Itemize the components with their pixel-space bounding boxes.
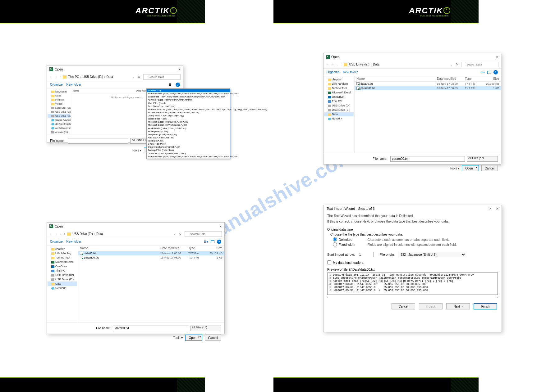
- back-arrow-icon[interactable]: ←: [49, 75, 53, 79]
- filetype-option[interactable]: Microsoft Excel 4.0 Workbooks (*.xlw): [147, 124, 230, 127]
- tree-item[interactable]: Lille håndtag: [48, 251, 77, 255]
- tree-item[interactable]: Downloads: [48, 90, 70, 94]
- fixed-width-label[interactable]: Fixed width: [339, 243, 364, 246]
- filetype-option[interactable]: All Data Sources (*.odc;*.udl;*.dsn;*.md…: [147, 108, 230, 111]
- tree-item[interactable]: chapter: [324, 77, 354, 82]
- tools-menu[interactable]: Tools ▾: [173, 336, 183, 340]
- filetype-option[interactable]: SYLK Files (*.slk): [147, 142, 230, 146]
- tree-item[interactable]: Microsoft Excel: [324, 90, 354, 95]
- tree-item[interactable]: USB Drive (D:): [324, 103, 354, 108]
- col-type[interactable]: Type: [465, 77, 482, 80]
- breadcrumb-dropdown-icon[interactable]: ⌄: [173, 232, 176, 236]
- tree-item[interactable]: Microsoft Excel: [48, 260, 77, 264]
- headers-checkbox[interactable]: [327, 260, 331, 264]
- filetype-option[interactable]: All Web Pages (*.htm;*.html;*.mht;*.mhtm…: [147, 98, 230, 101]
- tree-item[interactable]: USB Drive (D:): [48, 110, 70, 114]
- search-input[interactable]: [461, 62, 498, 67]
- filetype-option[interactable]: Backup Files (*.xlk;*.bak): [147, 149, 230, 152]
- filetype-option[interactable]: Add-ins (*.xlam;*.xla;*.xll): [147, 136, 230, 139]
- tree-item[interactable]: This PC: [324, 99, 354, 103]
- preview-box[interactable]: 1Logging data 2017.11.14, 16:35.33. Time…: [327, 273, 498, 295]
- close-icon[interactable]: ×: [496, 55, 498, 59]
- organize-menu[interactable]: Organize: [327, 70, 339, 74]
- fixed-width-radio[interactable]: [333, 242, 337, 246]
- organize-menu[interactable]: Organize: [50, 240, 63, 243]
- tree-item[interactable]: iteoken (\\svrtm: [48, 134, 70, 135]
- recent-dropdown-icon[interactable]: ⌄: [336, 63, 338, 66]
- col-size[interactable]: Size: [205, 246, 222, 250]
- filetype-option[interactable]: Data Interchange Format (*.dif): [147, 146, 230, 149]
- tools-menu[interactable]: Tools ▾: [132, 149, 141, 152]
- tree-item[interactable]: Local Disk (C:): [48, 106, 70, 110]
- file-row[interactable]: data00.txt16-Nov-17 08:09TXT File20.169 …: [355, 82, 501, 86]
- new-folder-button[interactable]: New folder: [343, 70, 358, 74]
- filename-input[interactable]: [390, 156, 465, 162]
- organize-menu[interactable]: Organize: [50, 83, 63, 86]
- open-button[interactable]: Open: [185, 335, 202, 341]
- tree-item[interactable]: dzt (\\svrtmsaka: [48, 122, 70, 126]
- cancel-button[interactable]: Cancel: [392, 303, 415, 309]
- headers-label[interactable]: My data has headers.: [333, 261, 364, 264]
- search-input[interactable]: [185, 231, 222, 237]
- filetype-dropdown[interactable]: All Files (*.*)All Excel Files (*.xl*;*.…: [146, 88, 230, 159]
- file-row[interactable]: data00.txt16-Nov-17 08:09TXT File20.169 …: [78, 251, 224, 255]
- preview-pane-icon[interactable]: [211, 240, 214, 243]
- tree-item[interactable]: Techno Tool: [48, 255, 77, 260]
- cancel-button[interactable]: Cancel: [481, 165, 498, 171]
- finish-button[interactable]: Finish: [474, 303, 497, 309]
- filename-input[interactable]: [114, 326, 188, 331]
- breadcrumb[interactable]: USB Drive (E:)› Data: [344, 63, 448, 66]
- delimited-radio[interactable]: [333, 237, 337, 241]
- refresh-icon[interactable]: ↻: [138, 75, 140, 79]
- breadcrumb[interactable]: This PC› USB Drive (E:)› Data: [63, 75, 130, 79]
- filetype-option[interactable]: All Excel Files (*.xl*;*.xlsx;*.xlsm;*.x…: [147, 155, 230, 158]
- view-list-icon[interactable]: ☰▾: [204, 240, 208, 244]
- col-name[interactable]: Name: [73, 89, 136, 92]
- back-arrow-icon[interactable]: ←: [326, 63, 329, 66]
- next-button[interactable]: Next >: [446, 303, 470, 309]
- file-origin-select[interactable]: 932 : Japanese (Shift-JIS): [398, 252, 466, 257]
- tree-item[interactable]: USB Drive (E:): [324, 108, 354, 112]
- help-icon[interactable]: ?: [489, 207, 491, 211]
- preview-pane-icon[interactable]: [487, 71, 491, 74]
- back-arrow-icon[interactable]: ←: [49, 232, 53, 236]
- help-icon[interactable]: ?: [493, 70, 498, 74]
- tree-item[interactable]: USB Drive (E:): [48, 277, 77, 282]
- scroll-right-icon[interactable]: ›: [497, 295, 498, 299]
- tree-item[interactable]: Music: [48, 94, 70, 98]
- file-row[interactable]: param00.txt16-Nov-17 08:09TXT File1 KB: [78, 255, 224, 260]
- tree-item[interactable]: OneDrive: [324, 95, 354, 99]
- back-button[interactable]: < Back: [419, 303, 443, 309]
- filetype-option[interactable]: Access Databases (*.mdb;*.mde;*.accdb;*.…: [147, 111, 230, 114]
- filetype-filter[interactable]: All Files (*.*): [190, 326, 221, 331]
- tools-menu[interactable]: Tools ▾: [450, 167, 459, 170]
- tree-item[interactable]: Techno Tool: [324, 86, 354, 90]
- col-type[interactable]: Type: [188, 246, 205, 250]
- search-input[interactable]: [143, 74, 181, 80]
- forward-arrow-icon[interactable]: →: [54, 232, 57, 236]
- delimited-label[interactable]: Delimited: [339, 238, 364, 241]
- open-button[interactable]: Open: [462, 165, 479, 171]
- close-icon[interactable]: ×: [496, 206, 498, 211]
- scroll-left-icon[interactable]: ‹: [327, 295, 328, 299]
- filetype-option[interactable]: dBase Files (*.dbf): [147, 117, 230, 120]
- tree-item[interactable]: Status (\\svrtmla: [48, 118, 70, 122]
- filetype-option[interactable]: Toolbars (*.xlb): [147, 139, 230, 142]
- tree-item[interactable]: Data: [324, 112, 354, 116]
- tree-item[interactable]: Pictures: [48, 98, 70, 102]
- filetype-option[interactable]: Worksheets (*.xlsx;*.xlsm;*.xlsb;*.xls): [147, 127, 230, 130]
- col-name[interactable]: Name: [80, 246, 160, 250]
- col-date[interactable]: Date modified: [437, 77, 465, 80]
- file-row[interactable]: param00.txt16-Nov-17 08:09TXT File1 KB: [355, 86, 501, 90]
- filetype-option[interactable]: Query Files (*.iqy;*.dqy;*.oqy;*.rqy): [147, 114, 230, 117]
- recent-dropdown-icon[interactable]: ⌄: [59, 232, 62, 236]
- filetype-option[interactable]: Text Files (*.prn;*.txt;*.csv): [147, 105, 230, 108]
- tree-item[interactable]: Network: [48, 286, 77, 290]
- up-arrow-icon[interactable]: ↑: [64, 232, 65, 236]
- close-icon[interactable]: ×: [219, 224, 222, 229]
- filename-input[interactable]: [68, 138, 128, 144]
- help-icon[interactable]: ?: [176, 83, 180, 87]
- refresh-icon[interactable]: ↻: [179, 232, 181, 236]
- filetype-option[interactable]: Microsoft Excel 4.0 Macros (*.xlm;*.xla): [147, 120, 230, 124]
- tree-item[interactable]: Videos: [48, 102, 70, 106]
